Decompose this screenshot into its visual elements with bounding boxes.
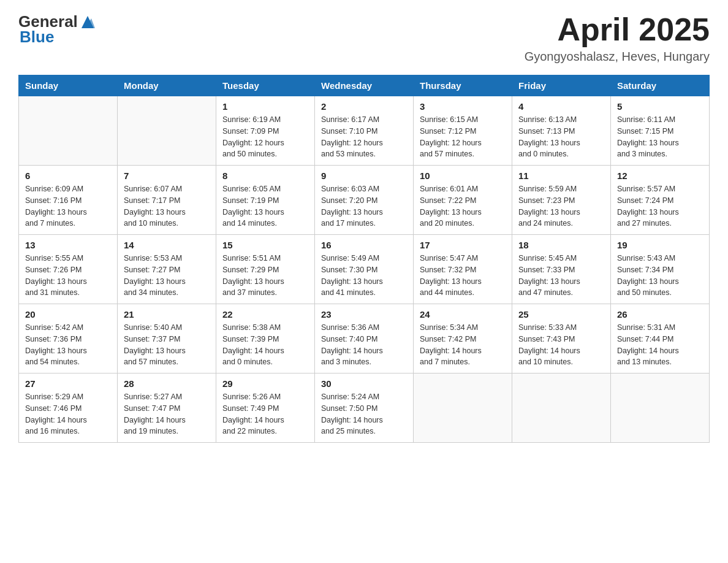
calendar-col-header: Friday	[512, 75, 611, 96]
calendar-day-cell: 24Sunrise: 5:34 AM Sunset: 7:42 PM Dayli…	[414, 304, 512, 373]
calendar-day-cell: 23Sunrise: 5:36 AM Sunset: 7:40 PM Dayli…	[315, 304, 414, 373]
day-number: 6	[25, 170, 111, 181]
calendar-day-cell: 22Sunrise: 5:38 AM Sunset: 7:39 PM Dayli…	[216, 304, 315, 373]
day-number: 23	[321, 309, 407, 320]
calendar-day-cell: 4Sunrise: 6:13 AM Sunset: 7:13 PM Daylig…	[512, 96, 611, 166]
day-number: 5	[617, 101, 703, 112]
day-info: Sunrise: 6:05 AM Sunset: 7:19 PM Dayligh…	[222, 183, 308, 229]
day-number: 2	[321, 101, 407, 112]
day-info: Sunrise: 6:09 AM Sunset: 7:16 PM Dayligh…	[25, 183, 111, 229]
day-number: 11	[518, 170, 604, 181]
day-info: Sunrise: 5:47 AM Sunset: 7:32 PM Dayligh…	[420, 253, 506, 299]
calendar-day-cell: 13Sunrise: 5:55 AM Sunset: 7:26 PM Dayli…	[19, 235, 118, 304]
calendar-col-header: Saturday	[611, 75, 710, 96]
calendar-week-row: 6Sunrise: 6:09 AM Sunset: 7:16 PM Daylig…	[19, 166, 710, 235]
calendar-day-cell: 3Sunrise: 6:15 AM Sunset: 7:12 PM Daylig…	[414, 96, 512, 166]
logo-text-blue: Blue	[20, 28, 96, 47]
day-info: Sunrise: 6:01 AM Sunset: 7:22 PM Dayligh…	[420, 183, 506, 229]
calendar-day-cell: 25Sunrise: 5:33 AM Sunset: 7:43 PM Dayli…	[512, 304, 611, 373]
calendar-col-header: Wednesday	[315, 75, 414, 96]
calendar-day-cell: 1Sunrise: 6:19 AM Sunset: 7:09 PM Daylig…	[216, 96, 315, 166]
page-title: April 2025	[525, 12, 710, 47]
day-info: Sunrise: 5:26 AM Sunset: 7:49 PM Dayligh…	[222, 391, 308, 437]
day-number: 3	[420, 101, 506, 112]
day-info: Sunrise: 5:38 AM Sunset: 7:39 PM Dayligh…	[222, 322, 308, 368]
calendar-day-cell: 28Sunrise: 5:27 AM Sunset: 7:47 PM Dayli…	[118, 373, 216, 443]
day-info: Sunrise: 5:59 AM Sunset: 7:23 PM Dayligh…	[518, 183, 604, 229]
day-info: Sunrise: 5:57 AM Sunset: 7:24 PM Dayligh…	[617, 183, 703, 229]
calendar-day-cell: 18Sunrise: 5:45 AM Sunset: 7:33 PM Dayli…	[512, 235, 611, 304]
calendar-col-header: Sunday	[19, 75, 118, 96]
day-info: Sunrise: 5:24 AM Sunset: 7:50 PM Dayligh…	[321, 391, 407, 437]
day-info: Sunrise: 6:15 AM Sunset: 7:12 PM Dayligh…	[420, 114, 506, 160]
day-info: Sunrise: 6:07 AM Sunset: 7:17 PM Dayligh…	[124, 183, 210, 229]
calendar-col-header: Thursday	[414, 75, 512, 96]
day-number: 16	[321, 240, 407, 250]
calendar-day-cell: 2Sunrise: 6:17 AM Sunset: 7:10 PM Daylig…	[315, 96, 414, 166]
day-info: Sunrise: 6:13 AM Sunset: 7:13 PM Dayligh…	[518, 114, 604, 160]
day-number: 20	[25, 309, 111, 320]
day-number: 22	[222, 309, 308, 320]
calendar-week-row: 1Sunrise: 6:19 AM Sunset: 7:09 PM Daylig…	[19, 96, 710, 166]
day-number: 26	[617, 309, 703, 320]
calendar-day-cell: 11Sunrise: 5:59 AM Sunset: 7:23 PM Dayli…	[512, 166, 611, 235]
calendar-day-cell: 16Sunrise: 5:49 AM Sunset: 7:30 PM Dayli…	[315, 235, 414, 304]
day-info: Sunrise: 5:33 AM Sunset: 7:43 PM Dayligh…	[518, 322, 604, 368]
calendar-day-cell	[118, 96, 216, 166]
calendar-day-cell	[611, 373, 710, 443]
calendar-day-cell: 10Sunrise: 6:01 AM Sunset: 7:22 PM Dayli…	[414, 166, 512, 235]
day-number: 25	[518, 309, 604, 320]
calendar-table: SundayMondayTuesdayWednesdayThursdayFrid…	[18, 75, 710, 443]
day-number: 19	[617, 240, 703, 250]
day-number: 10	[420, 170, 506, 181]
calendar-day-cell	[512, 373, 611, 443]
logo: General Blue	[18, 12, 96, 47]
day-number: 17	[420, 240, 506, 250]
calendar-day-cell: 5Sunrise: 6:11 AM Sunset: 7:15 PM Daylig…	[611, 96, 710, 166]
calendar-day-cell: 15Sunrise: 5:51 AM Sunset: 7:29 PM Dayli…	[216, 235, 315, 304]
calendar-day-cell: 27Sunrise: 5:29 AM Sunset: 7:46 PM Dayli…	[19, 373, 118, 443]
day-info: Sunrise: 5:36 AM Sunset: 7:40 PM Dayligh…	[321, 322, 407, 368]
day-number: 27	[25, 378, 111, 389]
day-number: 21	[124, 309, 210, 320]
day-number: 28	[124, 378, 210, 389]
day-info: Sunrise: 5:53 AM Sunset: 7:27 PM Dayligh…	[124, 253, 210, 299]
day-info: Sunrise: 5:31 AM Sunset: 7:44 PM Dayligh…	[617, 322, 703, 368]
calendar-day-cell: 17Sunrise: 5:47 AM Sunset: 7:32 PM Dayli…	[414, 235, 512, 304]
calendar-week-row: 13Sunrise: 5:55 AM Sunset: 7:26 PM Dayli…	[19, 235, 710, 304]
day-info: Sunrise: 5:43 AM Sunset: 7:34 PM Dayligh…	[617, 253, 703, 299]
day-number: 8	[222, 170, 308, 181]
day-info: Sunrise: 5:42 AM Sunset: 7:36 PM Dayligh…	[25, 322, 111, 368]
calendar-week-row: 27Sunrise: 5:29 AM Sunset: 7:46 PM Dayli…	[19, 373, 710, 443]
day-info: Sunrise: 5:29 AM Sunset: 7:46 PM Dayligh…	[25, 391, 111, 437]
day-number: 7	[124, 170, 210, 181]
calendar-week-row: 20Sunrise: 5:42 AM Sunset: 7:36 PM Dayli…	[19, 304, 710, 373]
day-number: 9	[321, 170, 407, 181]
day-number: 15	[222, 240, 308, 250]
day-number: 30	[321, 378, 407, 389]
day-info: Sunrise: 6:17 AM Sunset: 7:10 PM Dayligh…	[321, 114, 407, 160]
page-subtitle: Gyongyoshalasz, Heves, Hungary	[525, 50, 710, 64]
day-info: Sunrise: 6:19 AM Sunset: 7:09 PM Dayligh…	[222, 114, 308, 160]
calendar-day-cell: 19Sunrise: 5:43 AM Sunset: 7:34 PM Dayli…	[611, 235, 710, 304]
day-number: 4	[518, 101, 604, 112]
title-block: April 2025 Gyongyoshalasz, Heves, Hungar…	[525, 12, 710, 64]
calendar-day-cell: 9Sunrise: 6:03 AM Sunset: 7:20 PM Daylig…	[315, 166, 414, 235]
calendar-day-cell	[414, 373, 512, 443]
day-info: Sunrise: 5:51 AM Sunset: 7:29 PM Dayligh…	[222, 253, 308, 299]
day-info: Sunrise: 5:55 AM Sunset: 7:26 PM Dayligh…	[25, 253, 111, 299]
day-info: Sunrise: 5:49 AM Sunset: 7:30 PM Dayligh…	[321, 253, 407, 299]
calendar-day-cell: 20Sunrise: 5:42 AM Sunset: 7:36 PM Dayli…	[19, 304, 118, 373]
calendar-col-header: Tuesday	[216, 75, 315, 96]
calendar-col-header: Monday	[118, 75, 216, 96]
day-info: Sunrise: 5:27 AM Sunset: 7:47 PM Dayligh…	[124, 391, 210, 437]
page-header: General Blue April 2025 Gyongyoshalasz, …	[18, 12, 710, 64]
calendar-day-cell: 14Sunrise: 5:53 AM Sunset: 7:27 PM Dayli…	[118, 235, 216, 304]
calendar-day-cell: 8Sunrise: 6:05 AM Sunset: 7:19 PM Daylig…	[216, 166, 315, 235]
day-info: Sunrise: 5:45 AM Sunset: 7:33 PM Dayligh…	[518, 253, 604, 299]
day-number: 18	[518, 240, 604, 250]
day-number: 24	[420, 309, 506, 320]
calendar-day-cell: 6Sunrise: 6:09 AM Sunset: 7:16 PM Daylig…	[19, 166, 118, 235]
day-info: Sunrise: 5:40 AM Sunset: 7:37 PM Dayligh…	[124, 322, 210, 368]
calendar-day-cell: 21Sunrise: 5:40 AM Sunset: 7:37 PM Dayli…	[118, 304, 216, 373]
